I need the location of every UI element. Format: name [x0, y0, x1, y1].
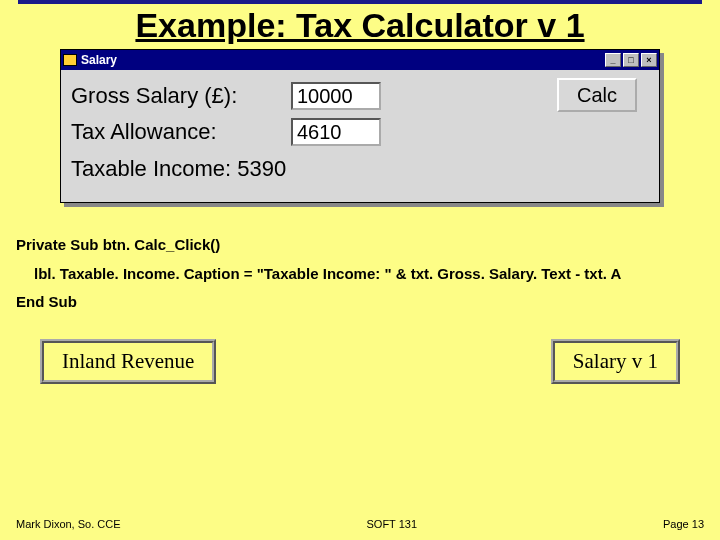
header-rule [18, 0, 702, 4]
gross-salary-input[interactable] [291, 82, 381, 110]
code-line: lbl. Taxable. Income. Caption = "Taxable… [16, 260, 704, 289]
maximize-button[interactable]: □ [623, 53, 639, 67]
footer: Mark Dixon, So. CCE SOFT 131 Page 13 [0, 518, 720, 530]
footer-page: Page 13 [663, 518, 704, 530]
gross-salary-label: Gross Salary (£): [71, 83, 291, 109]
window-title: Salary [81, 53, 117, 67]
window-body: Calc Gross Salary (£): Tax Allowance: Ta… [61, 70, 659, 202]
form-icon [63, 54, 77, 66]
window-titlebar: Salary _ □ × [61, 50, 659, 70]
close-button[interactable]: × [641, 53, 657, 67]
minimize-button[interactable]: _ [605, 53, 621, 67]
salary-window: Salary _ □ × Calc Gross Salary (£): Tax … [60, 49, 660, 203]
footer-course: SOFT 131 [121, 518, 663, 530]
page-title: Example: Tax Calculator v 1 [0, 6, 720, 45]
tax-allowance-input[interactable] [291, 118, 381, 146]
code-line: Private Sub btn. Calc_Click() [16, 231, 704, 260]
footer-author: Mark Dixon, So. CCE [16, 518, 121, 530]
salary-v1-button[interactable]: Salary v 1 [551, 339, 680, 384]
code-line: End Sub [16, 288, 704, 317]
tax-allowance-label: Tax Allowance: [71, 119, 291, 145]
taxable-income-label: Taxable Income: 5390 [71, 156, 649, 182]
inland-revenue-button[interactable]: Inland Revenue [40, 339, 216, 384]
code-block: Private Sub btn. Calc_Click() lbl. Taxab… [16, 231, 704, 317]
calc-button[interactable]: Calc [557, 78, 637, 112]
link-row: Inland Revenue Salary v 1 [40, 339, 680, 384]
